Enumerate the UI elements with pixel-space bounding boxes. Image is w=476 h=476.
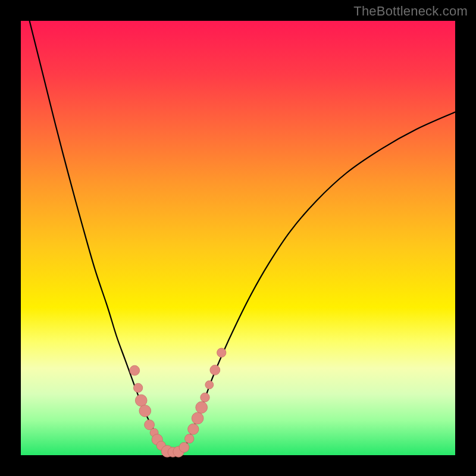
data-dot — [139, 405, 151, 417]
data-dot — [217, 348, 226, 357]
data-dot — [185, 434, 194, 443]
data-dot — [130, 365, 140, 375]
data-dot — [205, 381, 214, 389]
data-dots — [130, 348, 226, 457]
data-dot — [210, 365, 220, 375]
data-dot — [188, 424, 199, 434]
data-dot — [201, 393, 209, 402]
watermark-text: TheBottleneck.com — [353, 4, 468, 19]
right-curve — [181, 112, 455, 453]
data-dot — [192, 412, 203, 424]
data-dot — [179, 442, 189, 452]
data-dot — [145, 420, 155, 430]
left-curve — [30, 21, 165, 453]
chart-frame: TheBottleneck.com — [0, 0, 476, 476]
data-dot — [135, 394, 147, 406]
data-dot — [133, 383, 142, 392]
data-dot — [196, 402, 208, 414]
plot-area — [21, 21, 455, 455]
chart-svg — [21, 21, 455, 455]
